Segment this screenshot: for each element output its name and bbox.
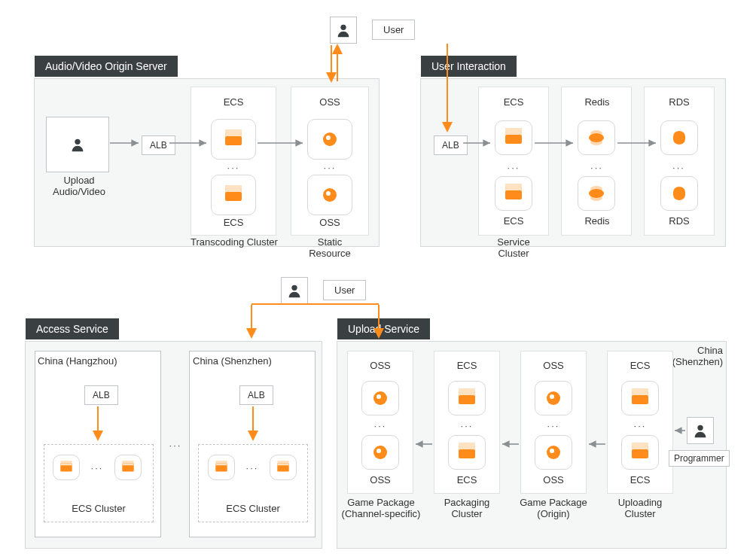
region-sz-label: China (Shenzhen): [193, 355, 313, 367]
oss-label: OSS: [354, 360, 407, 371]
ellipsis: ···: [447, 420, 487, 431]
ecs-label: ECS: [211, 217, 256, 228]
ecs-icon: [621, 435, 659, 470]
alb-interaction: ALB: [434, 135, 468, 155]
ecs-icon: [495, 176, 532, 211]
svg-point-0: [340, 25, 346, 30]
user-label: User: [372, 20, 415, 40]
oss-icon: [361, 435, 399, 470]
ecs-icon: [208, 455, 235, 480]
ecs-icon: [621, 381, 659, 415]
col-rds: [644, 87, 715, 236]
svg-point-1: [75, 139, 80, 145]
packaging-label: Packaging Cluster: [429, 497, 505, 519]
ellipsis: ···: [164, 440, 187, 451]
ecs-icon: [53, 455, 80, 480]
ellipsis: ···: [211, 162, 256, 173]
ellipsis: ···: [620, 420, 660, 431]
ellipsis: ···: [360, 420, 401, 431]
uploading-label: Uploading Cluster: [602, 497, 678, 519]
originpkg-label: Game Package (Origin): [512, 497, 595, 519]
rds-label: RDS: [655, 215, 703, 227]
redis-label: Redis: [571, 96, 623, 108]
ecs-icon: [448, 381, 486, 415]
programmer-label: Programmer: [669, 450, 730, 467]
ecs-cluster-hz: ECS Cluster: [44, 503, 154, 514]
ellipsis: ···: [239, 462, 265, 473]
ecs-cluster-sz: ECS Cluster: [198, 503, 308, 514]
ecs-label: ECS: [441, 360, 493, 371]
ellipsis: ···: [84, 462, 110, 473]
ecs-label: ECS: [614, 474, 666, 485]
panel-upload-title: Upload Service: [337, 318, 430, 339]
alb-origin: ALB: [142, 135, 175, 155]
ecs-icon: [211, 175, 256, 215]
svg-point-3: [697, 425, 703, 431]
redis-icon: [578, 176, 615, 211]
user-icon: [281, 277, 308, 304]
ellipsis: ···: [307, 162, 352, 173]
oss-icon: [307, 119, 352, 160]
diagram-canvas: User Audio/Video Origin Server Upload Au…: [0, 0, 753, 560]
ecs-label: ECS: [614, 360, 666, 371]
col-redis: [561, 87, 632, 236]
oss-label: OSS: [527, 474, 580, 485]
ecs-icon: [495, 120, 532, 155]
region-hz-label: China (Hangzhou): [38, 355, 158, 367]
oss-label: OSS: [307, 217, 352, 228]
ellipsis: ···: [658, 162, 700, 173]
user-icon: [64, 131, 91, 158]
ellipsis: ···: [533, 420, 574, 431]
ecs-icon: [270, 455, 297, 480]
oss-label: OSS: [307, 96, 352, 108]
oss-icon: [307, 175, 352, 215]
oss-label: OSS: [527, 360, 580, 371]
upload-av-label: Upload Audio/Video: [38, 175, 120, 197]
svg-point-2: [291, 285, 297, 291]
panel-interaction-title: User Interaction: [421, 56, 517, 77]
ecs-icon: [114, 455, 142, 480]
alb-sz: ALB: [239, 385, 273, 405]
static-label: Static Resource: [291, 236, 369, 259]
upload-av-box: [46, 117, 109, 172]
oss-icon: [535, 435, 572, 470]
rds-icon: [660, 120, 698, 155]
rds-icon: [660, 176, 698, 211]
col-service: [478, 87, 549, 236]
oss-icon: [535, 381, 572, 415]
service-label: Service Cluster: [478, 236, 549, 259]
transcoding-label: Transcoding Cluster: [187, 236, 282, 248]
ecs-label: ECS: [489, 215, 538, 227]
user-icon: [330, 17, 357, 44]
oss-label: OSS: [354, 474, 407, 485]
panel-access-title: Access Service: [26, 318, 119, 339]
programmer-icon: [687, 417, 714, 444]
ellipsis: ···: [492, 162, 535, 173]
user-label: User: [323, 280, 366, 300]
ecs-icon: [448, 435, 486, 470]
redis-label: Redis: [571, 215, 623, 227]
channel-label: Game Package (Channel-specific): [333, 497, 429, 519]
panel-origin-title: Audio/Video Origin Server: [35, 56, 178, 77]
ecs-label: ECS: [441, 474, 493, 485]
ellipsis: ···: [576, 162, 617, 173]
oss-icon: [361, 381, 399, 415]
ecs-icon: [211, 119, 256, 160]
alb-hz: ALB: [84, 385, 118, 405]
rds-label: RDS: [655, 96, 703, 108]
ecs-label: ECS: [489, 96, 538, 108]
ecs-label: ECS: [211, 96, 256, 108]
redis-icon: [578, 120, 615, 155]
